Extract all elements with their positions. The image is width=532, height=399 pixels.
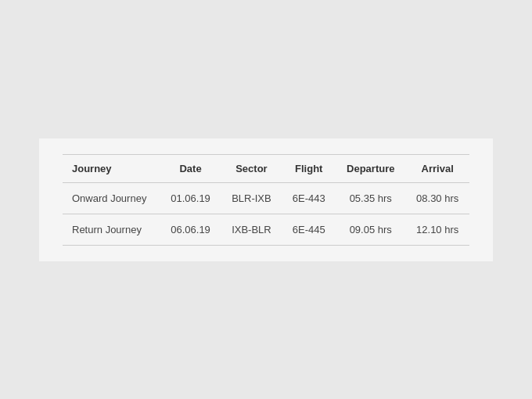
cell-date-1: 06.06.19 [160, 214, 221, 245]
cell-journey-1: Return Journey [63, 214, 160, 245]
table-header-row: Journey Date Sector Flight Departure Arr… [63, 154, 469, 182]
cell-journey-0: Onward Journey [63, 182, 160, 214]
cell-arrival-0: 08.30 hrs [405, 182, 469, 214]
cell-departure-0: 05.35 hrs [336, 182, 405, 214]
col-header-date: Date [160, 154, 221, 182]
cell-sector-1: IXB-BLR [221, 214, 282, 245]
flight-table-container: Journey Date Sector Flight Departure Arr… [39, 138, 493, 261]
col-header-flight: Flight [282, 154, 336, 182]
cell-flight-0: 6E-443 [282, 182, 336, 214]
cell-date-0: 01.06.19 [160, 182, 221, 214]
cell-arrival-1: 12.10 hrs [405, 214, 469, 245]
cell-departure-1: 09.05 hrs [336, 214, 405, 245]
cell-flight-1: 6E-445 [282, 214, 336, 245]
flight-table: Journey Date Sector Flight Departure Arr… [63, 154, 469, 246]
table-row: Onward Journey01.06.19BLR-IXB6E-44305.35… [63, 182, 469, 214]
col-header-sector: Sector [221, 154, 282, 182]
cell-sector-0: BLR-IXB [221, 182, 282, 214]
col-header-journey: Journey [63, 154, 160, 182]
col-header-arrival: Arrival [405, 154, 469, 182]
table-row: Return Journey06.06.19IXB-BLR6E-44509.05… [63, 214, 469, 245]
col-header-departure: Departure [336, 154, 405, 182]
